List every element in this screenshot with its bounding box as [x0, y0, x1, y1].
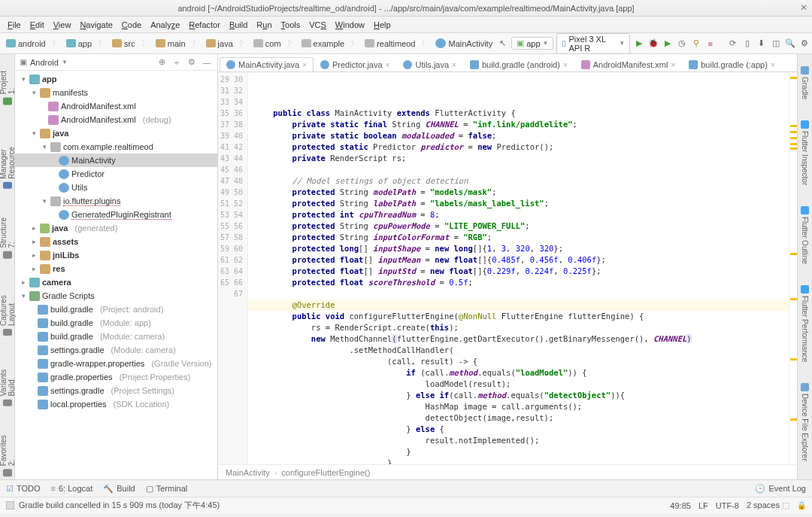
tool-build-variants[interactable]: Build Variants	[0, 360, 17, 409]
menu-code[interactable]: Code	[119, 19, 144, 31]
device-selector[interactable]: ▯ Pixel 3 XL API R ▼	[556, 33, 630, 54]
tab-build-gradle-android[interactable]: build.gradle (android)×	[463, 57, 574, 71]
crumb-method[interactable]: configureFlutterEngine()	[281, 468, 370, 477]
close-tab-icon[interactable]: ×	[386, 61, 390, 69]
line-separator[interactable]: LF	[698, 501, 708, 510]
close-tab-icon[interactable]: ×	[563, 61, 568, 69]
crumb-src[interactable]: src	[109, 38, 138, 49]
tree-java[interactable]: ▾java	[15, 126, 217, 140]
menu-build[interactable]: Build	[226, 19, 250, 31]
tab-build-gradle-app[interactable]: build.gradle (:app)×	[682, 57, 782, 71]
menu-help[interactable]: Help	[371, 19, 394, 31]
tool-terminal[interactable]: ▢Terminal	[146, 484, 188, 494]
menu-tools[interactable]: Tools	[278, 19, 304, 31]
close-window-icon[interactable]: ✕	[800, 2, 807, 13]
tree-package[interactable]: ▾com.example.realtimeod	[15, 140, 217, 154]
project-gear-icon[interactable]: ⚙	[186, 56, 198, 68]
tool-flutter-performance[interactable]: Flutter Performance	[799, 282, 810, 365]
tree-java-generated[interactable]: ▸java (generated)	[15, 221, 217, 235]
tool-resource-manager[interactable]: Resource Manager	[0, 129, 17, 192]
close-tab-icon[interactable]: ×	[771, 61, 775, 69]
tool-favorites[interactable]: 2: Favorites	[0, 430, 17, 479]
tool-project[interactable]: 1: Project	[0, 66, 17, 108]
tool-todo[interactable]: ☑TODO	[6, 484, 41, 494]
close-tab-icon[interactable]: ×	[302, 61, 307, 69]
crumb-java[interactable]: java	[203, 38, 236, 49]
menu-view[interactable]: View	[50, 19, 74, 31]
crumb-mainactivity[interactable]: MainActivity	[432, 38, 495, 49]
sync-gradle-button[interactable]: ⟳	[727, 37, 738, 50]
crumb-android[interactable]: android	[3, 38, 49, 49]
close-tab-icon[interactable]: ×	[452, 61, 456, 69]
coverage-button[interactable]: ▶	[662, 37, 673, 50]
crumb-app[interactable]: app	[63, 38, 95, 49]
avd-manager-button[interactable]: ▯	[741, 37, 753, 50]
tab-mainactivity[interactable]: MainActivity.java×	[220, 57, 314, 71]
crumb-class[interactable]: MainActivity	[226, 468, 270, 477]
crumb-com[interactable]: com	[250, 38, 284, 49]
crumb-realtimeod[interactable]: realtimeod	[362, 38, 418, 49]
menu-refactor[interactable]: Refactor	[186, 19, 223, 31]
attach-debugger-button[interactable]: ⚲	[690, 37, 701, 50]
tree-androidmanifest[interactable]: AndroidManifest.xml	[15, 99, 217, 113]
run-button[interactable]: ▶	[633, 37, 644, 50]
tool-structure[interactable]: 7: Structure	[0, 213, 17, 262]
code-area[interactable]: public class MainActivity extends Flutte…	[248, 72, 789, 464]
crumb-example[interactable]: example	[298, 38, 348, 49]
tree-manifests[interactable]: ▾manifests	[15, 86, 217, 99]
status-icon[interactable]	[6, 501, 14, 509]
code-editor[interactable]: 29 30 31 32 33 34 35 36 37 38 39 40 41 4…	[218, 72, 797, 464]
tree-assets[interactable]: ▸assets	[15, 235, 217, 248]
tree-build-gradle-project[interactable]: build.gradle (Project: android)	[15, 303, 217, 316]
tool-build[interactable]: 🔨Build	[103, 484, 135, 494]
tree-flutter-plugins[interactable]: ▾io.flutter.plugins	[15, 194, 217, 208]
menu-navigate[interactable]: Navigate	[77, 19, 115, 31]
back-arrow-icon[interactable]: ↖	[497, 37, 508, 50]
menu-run[interactable]: Run	[253, 19, 274, 31]
caret-position[interactable]: 49:85	[670, 501, 691, 510]
tree-androidmanifest-debug[interactable]: AndroidManifest.xml (debug)	[15, 113, 217, 126]
run-config-selector[interactable]: ▣ app ▼	[511, 37, 553, 50]
tool-gradle[interactable]: Gradle	[799, 63, 810, 102]
tree-settings-gradle-camera[interactable]: settings.gradle (Module: camera)	[15, 343, 217, 357]
project-split-icon[interactable]: ÷	[171, 56, 183, 68]
project-view-selector[interactable]: Android	[30, 58, 59, 67]
tree-gradle-properties[interactable]: gradle.properties (Project Properties)	[15, 370, 217, 384]
tool-logcat[interactable]: ≡6: Logcat	[51, 484, 93, 493]
tree-res[interactable]: ▸res	[15, 262, 217, 275]
tool-layout-captures[interactable]: Layout Captures	[0, 282, 17, 339]
tool-event-log[interactable]: 🕒Event Log	[755, 484, 806, 494]
tree-jnilibs[interactable]: ▸jniLibs	[15, 248, 217, 262]
tab-predictor[interactable]: Predictor.java×	[314, 57, 397, 71]
project-tree[interactable]: ▾app ▾manifests AndroidManifest.xml Andr…	[15, 71, 217, 479]
project-options-icon[interactable]: ⊕	[156, 56, 168, 68]
menu-analyze[interactable]: Analyze	[147, 19, 183, 31]
tab-utils[interactable]: Utils.java×	[396, 57, 462, 71]
tree-build-gradle-app[interactable]: build.gradle (Module: app)	[15, 316, 217, 330]
search-everywhere-button[interactable]: 🔍	[784, 37, 795, 50]
menu-vcs[interactable]: VCS	[306, 19, 329, 31]
tree-camera[interactable]: ▸camera	[15, 275, 217, 289]
file-encoding[interactable]: UTF-8	[716, 501, 739, 510]
menu-window[interactable]: Window	[332, 19, 368, 31]
tree-local-properties[interactable]: local.properties (SDK Location)	[15, 397, 217, 411]
readonly-toggle[interactable]: 🔒	[797, 501, 806, 509]
tool-flutter-outline[interactable]: Flutter Outline	[799, 203, 810, 267]
tool-flutter-inspector[interactable]: Flutter Inspector	[799, 117, 810, 188]
menu-edit[interactable]: Edit	[27, 19, 47, 31]
debug-button[interactable]: 🐞	[647, 37, 659, 50]
stop-button[interactable]: ■	[704, 37, 716, 50]
tree-utils[interactable]: Utils	[15, 181, 217, 194]
crumb-main[interactable]: main	[153, 38, 189, 49]
tree-gradle-wrapper-properties[interactable]: gradle-wrapper.properties (Gradle Versio…	[15, 357, 217, 370]
tree-settings-gradle-project[interactable]: settings.gradle (Project Settings)	[15, 384, 217, 397]
tree-build-gradle-camera[interactable]: build.gradle (Module: camera)	[15, 330, 217, 343]
tree-app[interactable]: ▾app	[15, 72, 217, 86]
profile-button[interactable]: ◷	[676, 37, 687, 50]
tree-predictor[interactable]: Predictor	[15, 167, 217, 181]
tree-gradle-scripts[interactable]: ▾Gradle Scripts	[15, 289, 217, 303]
menu-file[interactable]: File	[5, 19, 24, 31]
error-stripe[interactable]	[789, 72, 797, 464]
layout-inspector-button[interactable]: ◫	[770, 37, 781, 50]
tab-android-manifest[interactable]: AndroidManifest.xml×	[574, 57, 683, 71]
